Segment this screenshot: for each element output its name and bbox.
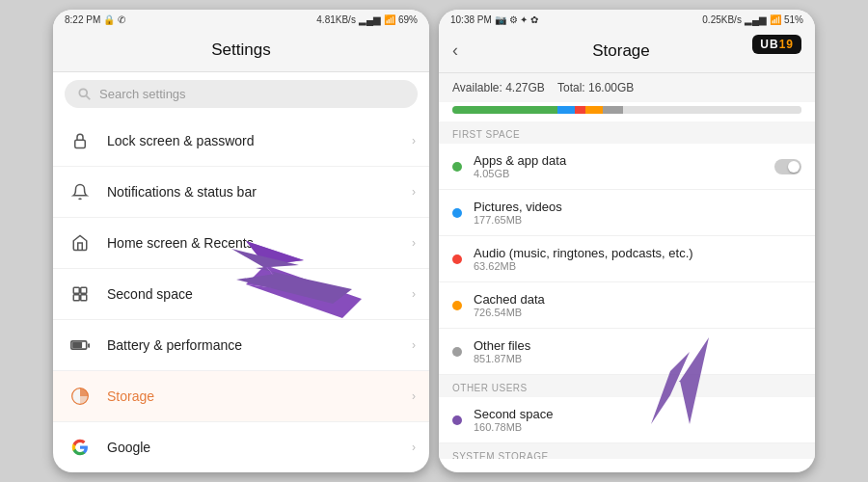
storage-header: ‹ Storage UB19 xyxy=(439,29,815,73)
battery-chevron: › xyxy=(412,338,416,352)
apps-toggle[interactable] xyxy=(774,159,801,174)
search-bar[interactable]: Search settings xyxy=(65,80,418,108)
audio-size: 63.62MB xyxy=(474,260,801,272)
audio-dot xyxy=(452,254,462,264)
notifications-label: Notifications & status bar xyxy=(107,184,412,200)
other-name: Other files xyxy=(474,338,801,353)
second-space-dot xyxy=(452,415,462,425)
cache-text: Cached data 726.54MB xyxy=(474,292,801,318)
system-storage-label: SYSTEM STORAGE xyxy=(439,443,815,459)
pictures-dot xyxy=(452,208,462,218)
battery-icon xyxy=(67,332,94,359)
svg-point-0 xyxy=(79,89,87,96)
total-text: Total: 16.00GB xyxy=(557,81,634,94)
cache-dot xyxy=(452,301,462,310)
right-battery: 51% xyxy=(784,14,803,25)
other-dot xyxy=(452,347,462,357)
svg-rect-8 xyxy=(72,342,82,348)
left-battery: 69% xyxy=(398,14,418,25)
bar-audio xyxy=(575,106,585,114)
settings-title: Settings xyxy=(53,29,429,72)
pictures-size: 177.65MB xyxy=(474,214,801,226)
other-text: Other files 851.87MB xyxy=(474,338,801,364)
lock-chevron: › xyxy=(412,134,416,147)
notifications-chevron: › xyxy=(412,185,416,199)
settings-item-notifications[interactable]: Notifications & status bar › xyxy=(53,167,429,218)
available-text: Available: 4.27GB xyxy=(452,81,545,94)
settings-item-google[interactable]: Google › xyxy=(53,422,429,467)
storage-item-apps[interactable]: Apps & app data 4.05GB xyxy=(439,144,815,190)
right-icons: 📷 ⚙ ✦ ✿ xyxy=(495,14,538,25)
search-placeholder: Search settings xyxy=(99,87,186,101)
notifications-icon xyxy=(67,178,94,205)
right-time: 10:38 PM xyxy=(450,14,492,25)
audio-name: Audio (music, ringtones, podcasts, etc.) xyxy=(474,246,801,260)
search-icon xyxy=(78,88,92,101)
cache-size: 726.54MB xyxy=(474,307,801,318)
phones-container: 8:22 PM 🔒 ✆ 4.81KB/s ▂▄▆ 📶 69% Settings … xyxy=(0,0,868,482)
storage-list: FIRST SPACE Apps & app data 4.05GB Pictu… xyxy=(439,121,815,459)
cache-name: Cached data xyxy=(474,292,801,307)
settings-item-second-space[interactable]: Second space › xyxy=(53,269,429,320)
logo-accent: 19 xyxy=(779,38,794,51)
other-users-label: OTHER USERS xyxy=(439,375,815,397)
storage-item-cache[interactable]: Cached data 726.54MB xyxy=(439,282,815,329)
apps-size: 4.05GB xyxy=(474,168,774,179)
apps-dot xyxy=(452,162,462,172)
storage-info: Available: 4.27GB Total: 16.00GB xyxy=(439,73,815,102)
left-time: 8:22 PM xyxy=(65,14,100,25)
settings-item-home[interactable]: Home screen & Recents › xyxy=(53,218,429,269)
storage-chevron: › xyxy=(412,389,416,403)
right-status-bar: 10:38 PM 📷 ⚙ ✦ ✿ 0.25KB/s ▂▄▆ 📶 51% xyxy=(439,10,815,29)
second-space-icon xyxy=(67,281,94,308)
home-icon xyxy=(67,229,94,256)
google-label: Google xyxy=(107,440,412,455)
right-speed: 0.25KB/s xyxy=(702,14,742,25)
lock-screen-label: Lock screen & password xyxy=(107,133,412,148)
back-button[interactable]: ‹ xyxy=(452,40,458,61)
svg-rect-3 xyxy=(73,287,79,293)
logo-badge: UB19 xyxy=(752,35,801,54)
left-icons: 🔒 ✆ xyxy=(103,14,125,25)
storage-item-audio[interactable]: Audio (music, ringtones, podcasts, etc.)… xyxy=(439,236,815,282)
battery-label: Battery & performance xyxy=(107,337,412,353)
home-label: Home screen & Recents xyxy=(107,235,412,251)
storage-label: Storage xyxy=(107,388,412,404)
left-speed: 4.81KB/s xyxy=(316,14,356,25)
home-chevron: › xyxy=(412,236,416,250)
lock-icon xyxy=(67,127,94,154)
right-signal: ▂▄▆ xyxy=(745,14,767,25)
pictures-name: Pictures, videos xyxy=(474,200,801,214)
apps-name: Apps & app data xyxy=(474,153,774,168)
settings-item-storage[interactable]: Storage › xyxy=(53,371,429,422)
second-space-name: Second space xyxy=(474,407,801,421)
bar-pics xyxy=(557,106,575,114)
second-space-size: 160.78MB xyxy=(474,421,801,433)
settings-list: Lock screen & password › Notifications &… xyxy=(53,116,429,467)
left-signal: ▂▄▆ xyxy=(359,14,381,25)
other-size: 851.87MB xyxy=(474,353,801,364)
apps-text: Apps & app data 4.05GB xyxy=(474,153,774,179)
logo-text: UB19 xyxy=(760,38,794,51)
second-space-text: Second space 160.78MB xyxy=(474,407,801,433)
storage-item-pictures[interactable]: Pictures, videos 177.65MB xyxy=(439,190,815,236)
storage-item-second-space[interactable]: Second space 160.78MB xyxy=(439,397,815,443)
second-space-label: Second space xyxy=(107,286,412,302)
storage-bar xyxy=(452,106,801,114)
storage-icon xyxy=(67,383,94,410)
storage-item-other[interactable]: Other files 851.87MB xyxy=(439,329,815,375)
settings-item-battery[interactable]: Battery & performance › xyxy=(53,320,429,371)
bar-apps xyxy=(452,106,557,114)
left-phone: 8:22 PM 🔒 ✆ 4.81KB/s ▂▄▆ 📶 69% Settings … xyxy=(53,10,429,472)
svg-rect-4 xyxy=(81,287,87,293)
google-chevron: › xyxy=(412,441,416,454)
settings-item-lock[interactable]: Lock screen & password › xyxy=(53,116,429,167)
left-status-bar: 8:22 PM 🔒 ✆ 4.81KB/s ▂▄▆ 📶 69% xyxy=(53,10,429,29)
svg-rect-6 xyxy=(81,295,87,301)
svg-rect-2 xyxy=(75,140,86,147)
svg-line-1 xyxy=(86,95,90,99)
bar-cache xyxy=(585,106,603,114)
pictures-text: Pictures, videos 177.65MB xyxy=(474,200,801,226)
google-icon xyxy=(67,434,94,461)
svg-rect-5 xyxy=(73,295,79,301)
